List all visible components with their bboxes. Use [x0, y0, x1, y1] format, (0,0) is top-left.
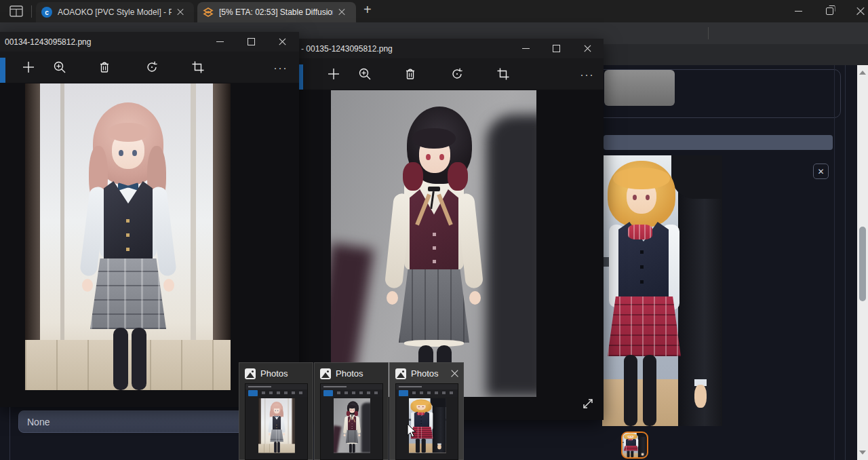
sd-gallery-thumbnail-selected[interactable]: [621, 432, 648, 459]
gradio-favicon: [203, 7, 214, 18]
photos-window-00134: 00134-1243095812.png ···: [0, 32, 299, 407]
preview-app-label: Photos: [336, 368, 363, 379]
sd-progress-bar: [604, 135, 833, 150]
sd-panel-edge: [9, 407, 10, 460]
tab-close-icon[interactable]: [177, 9, 184, 16]
preview-image: [409, 398, 446, 453]
photos-close-button[interactable]: [572, 39, 602, 58]
add-to-icon[interactable]: [326, 66, 342, 82]
civitai-favicon: c: [41, 7, 52, 18]
new-tab-button[interactable]: +: [363, 2, 372, 18]
photos-app-icon: [395, 368, 406, 379]
photo-00135-image[interactable]: [334, 398, 370, 453]
sd-lightbox-close-button[interactable]: ✕: [813, 164, 829, 179]
photos-close-button[interactable]: [267, 32, 297, 52]
preview-thumbnail[interactable]: [245, 383, 308, 460]
toolbar-divider: [708, 27, 709, 39]
more-options-button[interactable]: ···: [579, 66, 595, 82]
photo-00134-image[interactable]: [258, 398, 295, 453]
preview-app-label: Photos: [260, 368, 288, 379]
photos-toolbar: ···: [0, 52, 299, 83]
delete-icon[interactable]: [96, 59, 113, 75]
delete-icon[interactable]: [402, 66, 418, 82]
taskbar-preview-photos-2[interactable]: Photos: [314, 362, 389, 460]
photos-app-icon: [245, 368, 256, 379]
taskbar-preview-flyout: Photos Photos: [239, 362, 464, 460]
photos-maximize-button[interactable]: [236, 32, 266, 52]
tab-stable-diffusion[interactable]: [5% ETA: 02:53] Stable Diffusion: [197, 2, 356, 22]
photo-view-area: [0, 83, 299, 407]
browser-close-button[interactable]: [845, 0, 868, 22]
rotate-icon[interactable]: [449, 66, 465, 82]
scroll-up-arrow[interactable]: [859, 71, 866, 75]
photos-app-icon: [320, 368, 331, 379]
rotate-icon[interactable]: [144, 59, 160, 75]
tab-title: AOAOKO [PVC Style Model] - PV: [58, 7, 172, 17]
photo-00135-image[interactable]: [331, 90, 536, 397]
page-scrollbar[interactable]: [857, 65, 868, 460]
photos-window-title: 00134-1243095812.png: [0, 37, 91, 47]
tab-workspaces-icon[interactable]: [9, 5, 23, 17]
sd-divider: [834, 65, 835, 460]
photos-titlebar[interactable]: 00134-1243095812.png: [0, 32, 299, 52]
preview-close-button[interactable]: [448, 367, 460, 379]
tab-title: [5% ETA: 02:53] Stable Diffusion: [219, 7, 333, 17]
tabbar-divider: [31, 5, 32, 18]
taskbar-preview-photos-3[interactable]: Photos: [389, 362, 464, 460]
taskbar-preview-photos-1[interactable]: Photos: [239, 362, 313, 460]
photos-maximize-button[interactable]: [541, 39, 571, 58]
sd-generated-image[interactable]: [409, 398, 446, 453]
crop-icon[interactable]: [495, 66, 511, 82]
sd-gray-button[interactable]: [604, 70, 675, 106]
fullscreen-expand-icon[interactable]: [580, 396, 595, 411]
more-options-button[interactable]: ···: [273, 59, 289, 75]
preview-thumbnail[interactable]: [320, 383, 383, 460]
sd-generated-image[interactable]: [602, 155, 722, 426]
photos-toolbar: ···: [296, 58, 604, 90]
zoom-icon[interactable]: [357, 66, 373, 82]
tab-close-icon[interactable]: [338, 9, 345, 16]
crop-icon[interactable]: [190, 59, 206, 75]
photos-minimize-button[interactable]: [511, 39, 540, 58]
preview-app-label: Photos: [411, 368, 438, 379]
photos-window-title: - 00135-1243095812.png: [296, 44, 393, 54]
browser-minimize-button[interactable]: [783, 0, 814, 22]
see-all-photos-accent[interactable]: [0, 58, 5, 83]
add-to-icon[interactable]: [20, 59, 37, 75]
scroll-down-arrow[interactable]: [859, 451, 866, 455]
tab-civitai[interactable]: c AOAOKO [PVC Style Model] - PV: [36, 2, 194, 22]
photo-00134-image[interactable]: [25, 83, 231, 390]
zoom-icon[interactable]: [52, 59, 68, 75]
preview-image: [334, 398, 371, 453]
desktop-screen: c AOAOKO [PVC Style Model] - PV [5% ETA:…: [0, 0, 868, 460]
preview-image: [258, 398, 296, 453]
sd-generated-image[interactable]: [623, 433, 647, 457]
sd-divider: [845, 65, 846, 460]
preview-thumbnail[interactable]: [395, 383, 458, 460]
browser-restore-button[interactable]: [814, 0, 845, 22]
browser-tab-bar: c AOAOKO [PVC Style Model] - PV [5% ETA:…: [0, 0, 868, 22]
photos-titlebar[interactable]: - 00135-1243095812.png: [296, 39, 604, 58]
photos-minimize-button[interactable]: [205, 32, 235, 52]
scrollbar-thumb[interactable]: [859, 227, 866, 301]
